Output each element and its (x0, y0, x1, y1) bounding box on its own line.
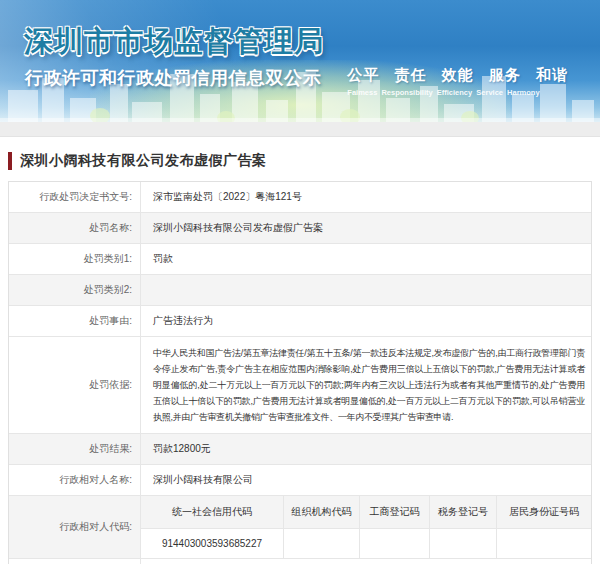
code-header-row: 统一社会信用代码 组织机构代码 工商登记码 税务登记号 居民身份证号码 (141, 496, 591, 529)
code-value-credit-code: 914403003593685227 (141, 529, 284, 558)
row-label: 行政相对人代码: (9, 496, 141, 558)
motto-english: Faimess Responsibility Efficiency Servic… (347, 88, 568, 97)
banner-motto: 公平 责任 效能 服务 和谐 Faimess Responsibility Ef… (347, 66, 568, 97)
row-label: 处罚类别1: (9, 244, 141, 274)
table-row-party-name: 行政相对人名称: 深圳小阔科技有限公司 (9, 465, 591, 496)
party-code-subtable: 统一社会信用代码 组织机构代码 工商登记码 税务登记号 居民身份证号码 9144… (141, 496, 591, 558)
table-row-penalty-name: 处罚名称: 深圳小阔科技有限公司发布虚假广告案 (9, 213, 591, 244)
table-row-penalty-result: 处罚结果: 罚款12800元 (9, 434, 591, 465)
table-row-document-number: 行政处罚决定书文号: 深市监南处罚〔2022〕粤海121号 (9, 182, 591, 213)
page-title: 深圳小阔科技有限公司发布虚假广告案 (20, 152, 267, 170)
penalty-info-table: 行政处罚决定书文号: 深市监南处罚〔2022〕粤海121号 处罚名称: 深圳小阔… (8, 181, 592, 564)
row-value: 罚款12800元 (141, 434, 591, 464)
table-row-penalty-category-1: 处罚类别1: 罚款 (9, 244, 591, 275)
code-value-id-number (497, 529, 591, 558)
code-header-credit-code: 统一社会信用代码 (141, 496, 284, 528)
table-row-party-codes: 行政相对人代码: 统一社会信用代码 组织机构代码 工商登记码 税务登记号 居民身… (9, 496, 591, 559)
row-label: 行政相对人名称: (9, 465, 141, 495)
code-value-tax-reg (430, 529, 497, 558)
penalty-basis-text: 中华人民共和国广告法/第五章法律责任/第五十五条/第一款违反本法规定,发布虚假广… (153, 345, 585, 425)
table-row-legal-representative: 法定代表人(负责人)姓名: 尹阔 (9, 559, 591, 564)
row-value (141, 275, 591, 305)
row-value: 罚款 (141, 244, 591, 274)
row-value: 尹阔 (141, 559, 591, 564)
motto-chinese: 公平 责任 效能 服务 和谐 (347, 66, 568, 85)
row-label: 处罚依据: (9, 337, 141, 433)
row-label: 法定代表人(负责人)姓名: (9, 559, 141, 564)
code-header-tax-reg: 税务登记号 (430, 496, 497, 528)
table-row-penalty-basis: 处罚依据: 中华人民共和国广告法/第五章法律责任/第五十五条/第一款违反本法规定… (9, 337, 591, 434)
code-value-row: 914403003593685227 (141, 529, 591, 558)
code-header-org-code: 组织机构代码 (284, 496, 360, 528)
header-divider-strip (0, 122, 600, 137)
agency-name: 深圳市市场监督管理局 (24, 22, 324, 62)
row-value: 深圳小阔科技有限公司 (141, 465, 591, 495)
row-value: 深圳小阔科技有限公司发布虚假广告案 (141, 213, 591, 243)
row-value: 广告违法行为 (141, 306, 591, 336)
row-label: 处罚类别2: (9, 275, 141, 305)
row-value: 统一社会信用代码 组织机构代码 工商登记码 税务登记号 居民身份证号码 9144… (141, 496, 591, 558)
header-banner: 深圳市市场监督管理局 行政许可和行政处罚信用信息双公示 公平 责任 效能 服务 … (0, 0, 600, 122)
row-label: 处罚事由: (9, 306, 141, 336)
case-title-block: 深圳小阔科技有限公司发布虚假广告案 (8, 151, 592, 171)
row-label: 处罚结果: (9, 434, 141, 464)
row-label: 处罚名称: (9, 213, 141, 243)
table-row-penalty-reason: 处罚事由: 广告违法行为 (9, 306, 591, 337)
banner-subtitle: 行政许可和行政处罚信用信息双公示 (25, 66, 321, 90)
code-value-business-reg (360, 529, 430, 558)
code-header-id-number: 居民身份证号码 (497, 496, 591, 528)
row-label: 行政处罚决定书文号: (9, 182, 141, 212)
row-value: 中华人民共和国广告法/第五章法律责任/第五十五条/第一款违反本法规定,发布虚假广… (141, 337, 591, 433)
title-accent-bar (8, 152, 12, 170)
table-row-penalty-category-2: 处罚类别2: (9, 275, 591, 306)
row-value: 深市监南处罚〔2022〕粤海121号 (141, 182, 591, 212)
code-header-business-reg: 工商登记码 (360, 496, 430, 528)
code-value-org-code (284, 529, 360, 558)
